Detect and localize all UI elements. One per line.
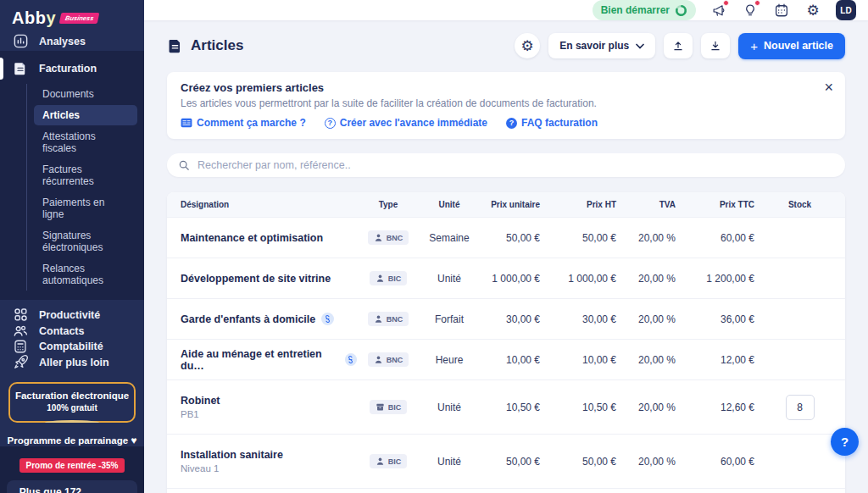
unit-price-cell: 50,00 €: [479, 456, 540, 468]
type-badge: BIC: [370, 271, 408, 285]
table-row[interactable]: Installation sanitaire Niveau 1 BIC Unit…: [167, 434, 845, 488]
unit-cell: Heure: [420, 354, 479, 366]
sidebar-item-documents[interactable]: Documents: [34, 84, 137, 104]
plus-icon: +: [750, 39, 758, 53]
export-button[interactable]: [701, 33, 730, 58]
stock-input[interactable]: [786, 395, 815, 420]
learn-more-label: En savoir plus: [559, 40, 629, 52]
sidebar-item-paiements-en-ligne[interactable]: Paiements en ligne: [34, 192, 137, 224]
unit-price-cell: 30,00 €: [479, 313, 540, 325]
gear-icon: ⚙: [806, 3, 819, 18]
vat-cell: 20,00 %: [616, 456, 676, 468]
tips-button[interactable]: [742, 2, 759, 19]
onboarding-banner: Créez vos premiers articles Les articles…: [167, 72, 845, 139]
link-icon: [321, 313, 334, 325]
faq-link[interactable]: ? FAQ facturation: [506, 117, 598, 129]
column-header-stock[interactable]: Stock: [754, 200, 845, 209]
sidebar-item-attestations-fiscales[interactable]: Attestations fiscales: [34, 126, 137, 158]
facturation-section: Facturation Documents Articles Attestati…: [0, 51, 144, 300]
referral-program-link[interactable]: Programme de parrainage ♥: [0, 435, 144, 446]
help-button[interactable]: ?: [831, 428, 859, 456]
sidebar-item-label: Aller plus loin: [39, 357, 109, 368]
announcements-button[interactable]: [710, 2, 727, 19]
calendar-icon: [774, 3, 789, 18]
sidebar-item-factures-recurrentes[interactable]: Factures récurrentes: [34, 159, 137, 191]
sidebar-item-label: Analyses: [39, 36, 86, 47]
business-badge: Business: [59, 13, 100, 24]
brand-logo[interactable]: Abby Business: [0, 0, 144, 33]
einvoice-promo-box[interactable]: Facturation électronique 100% gratuit: [8, 382, 136, 423]
article-name[interactable]: Maintenance et optimisation: [167, 232, 357, 244]
settings-button[interactable]: ⚙: [804, 2, 821, 19]
sidebar-item-relances-automatiques[interactable]: Relances automatiques: [34, 258, 137, 291]
avatar[interactable]: LD: [836, 0, 856, 20]
unit-cell: Unité: [420, 273, 479, 285]
price-ttc-cell: 12,60 €: [676, 402, 754, 413]
table-row[interactable]: Robinet PB1 BIC Unité 10,50 € 10,50 € 20…: [167, 379, 845, 434]
sidebar-item-label: Productivité: [39, 309, 100, 321]
type-badge: BNC: [368, 312, 409, 326]
sidebar-item-facturation[interactable]: Facturation: [0, 54, 144, 82]
content: Articles ⚙ En savoir plus: [144, 20, 868, 493]
search-input[interactable]: [198, 159, 834, 171]
column-header-tva[interactable]: TVA: [616, 200, 676, 209]
article-name[interactable]: Installation sanitaire Niveau 1: [167, 449, 357, 474]
column-header-prix-ht[interactable]: Prix HT: [540, 200, 616, 209]
unit-price-cell: 10,50 €: [479, 402, 540, 413]
calendar-button[interactable]: [773, 2, 790, 19]
sidebar-item-productivite[interactable]: Productivité: [0, 307, 144, 323]
sidebar-item-articles[interactable]: Articles: [34, 105, 137, 125]
article-name[interactable]: Garde d'enfants à domicile: [167, 313, 357, 325]
banner-title: Créez vos premiers articles: [181, 81, 832, 94]
article-reference: Niveau 1: [181, 463, 357, 474]
table-row[interactable]: Développement de site vitrine BIC Unité …: [167, 258, 845, 298]
sidebar-item-contacts[interactable]: Contacts: [0, 323, 144, 339]
heart-icon: ♥: [131, 435, 136, 446]
import-button[interactable]: [664, 33, 693, 58]
column-header-prix-unitaire[interactable]: Prix unitaire: [479, 200, 540, 209]
sidebar-item-aller-plus-loin[interactable]: Aller plus loin: [0, 354, 144, 370]
vat-cell: 20,00 %: [616, 402, 676, 413]
type-badge: BNC: [368, 352, 409, 367]
learn-more-button[interactable]: En savoir plus: [548, 33, 655, 58]
einvoice-subtitle: 100% gratuit: [14, 403, 131, 413]
sidebar-item-label: Contacts: [39, 325, 84, 337]
vat-cell: 20,00 %: [616, 354, 676, 366]
column-header-type[interactable]: Type: [357, 200, 420, 209]
link-label: Créer avec l'avance immédiate: [340, 117, 487, 129]
article-name[interactable]: Robinet PB1: [167, 395, 357, 419]
unit-price-cell: 1 000,00 €: [479, 273, 540, 285]
sidebar-item-signatures-electroniques[interactable]: Signatures électroniques: [34, 225, 137, 258]
table-row[interactable]: Aide au ménage et entretien du… BNC Heur…: [167, 339, 845, 379]
promo-badge[interactable]: Promo de rentrée -35%: [19, 458, 125, 473]
getting-started-button[interactable]: Bien démarrer: [593, 0, 696, 20]
price-ht-cell: 1 000,00 €: [540, 273, 616, 285]
sidebar-item-analyses[interactable]: Analyses: [0, 33, 144, 49]
table-row: [167, 488, 845, 493]
table-row[interactable]: Maintenance et optimisation BNC Semaine …: [167, 217, 845, 258]
article-name[interactable]: Développement de site vitrine: [167, 273, 357, 285]
unit-price-cell: 10,00 €: [479, 354, 540, 366]
subscription-days-panel[interactable]: Plus que 172 jours Business: [7, 480, 137, 493]
article-name[interactable]: Aide au ménage et entretien du…: [167, 348, 357, 372]
articles-settings-button[interactable]: ⚙: [515, 33, 540, 58]
price-ttc-cell: 60,00 €: [676, 456, 754, 468]
bar-chart-icon: [12, 33, 29, 49]
progress-ring-icon: [675, 4, 687, 17]
column-header-prix-ttc[interactable]: Prix TTC: [676, 200, 754, 209]
type-badge: BIC: [370, 400, 408, 414]
advance-immediate-link[interactable]: ? Créer avec l'avance immédiate: [325, 117, 487, 129]
notification-dot: [754, 0, 760, 6]
column-header-unite[interactable]: Unité: [420, 200, 479, 209]
close-icon[interactable]: ×: [824, 80, 833, 95]
table-row[interactable]: Garde d'enfants à domicile BNC Forfait 3…: [167, 298, 845, 339]
column-header-designation[interactable]: Désignation: [167, 200, 357, 209]
how-it-works-link[interactable]: Comment ça marche ?: [181, 117, 306, 129]
people-icon: [12, 323, 29, 339]
price-ttc-cell: 1 200,00 €: [676, 273, 754, 285]
chevron-down-icon: [636, 43, 644, 49]
search-bar[interactable]: [167, 153, 845, 177]
sidebar-item-comptabilite[interactable]: Comptabilité: [0, 339, 144, 354]
new-article-button[interactable]: + Nouvel article: [738, 33, 845, 59]
person-icon: [376, 274, 385, 283]
